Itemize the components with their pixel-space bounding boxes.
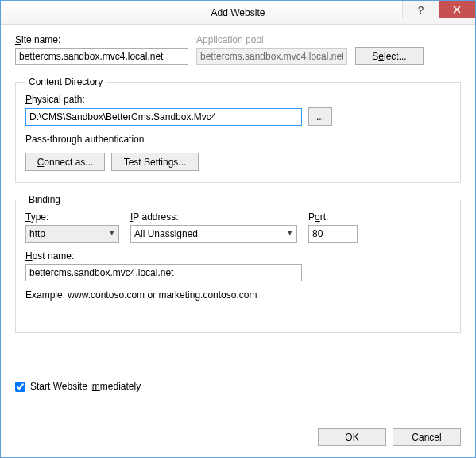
title-bar: Add Website ? — [1, 1, 475, 25]
app-pool-input — [196, 48, 347, 65]
select-app-pool-button[interactable]: Select... — [355, 47, 424, 65]
start-immediately-checkbox[interactable] — [15, 382, 25, 392]
test-settings-button[interactable]: Test Settings... — [111, 153, 199, 171]
binding-type-select[interactable]: http — [25, 225, 119, 243]
host-name-input[interactable] — [25, 264, 302, 281]
binding-group: Binding Type: http IP address: All Unass… — [15, 194, 461, 333]
binding-ip-select[interactable]: All Unassigned — [130, 225, 297, 243]
binding-legend: Binding — [25, 194, 64, 205]
host-name-example: Example: www.contoso.com or marketing.co… — [25, 289, 451, 301]
app-pool-label: Application pool: — [196, 34, 347, 45]
binding-type-label: Type: — [25, 212, 119, 223]
dialog-content: Site name: Application pool: Select... C… — [1, 25, 475, 457]
site-name-input[interactable] — [15, 48, 188, 65]
close-button[interactable] — [439, 1, 475, 18]
ok-button[interactable]: OK — [318, 428, 386, 446]
content-directory-legend: Content Directory — [25, 76, 106, 87]
binding-ip-label: IP address: — [130, 212, 297, 223]
help-button[interactable]: ? — [402, 1, 439, 18]
start-immediately-label: Start Website immediately — [30, 381, 141, 392]
binding-port-input[interactable] — [308, 225, 358, 243]
cancel-button[interactable]: Cancel — [393, 428, 461, 446]
browse-path-button[interactable]: ... — [308, 107, 332, 126]
physical-path-label: Physical path: — [25, 94, 451, 105]
window-title: Add Website — [211, 7, 265, 18]
host-name-label: Host name: — [25, 250, 451, 262]
content-directory-group: Content Directory Physical path: ... Pas… — [15, 76, 461, 183]
window-controls: ? — [402, 1, 475, 18]
close-icon — [453, 6, 461, 14]
site-name-label: Site name: — [15, 34, 188, 45]
physical-path-input[interactable] — [25, 108, 302, 126]
pass-through-label: Pass-through authentication — [25, 134, 451, 145]
binding-port-label: Port: — [308, 212, 358, 223]
connect-as-button[interactable]: Connect as... — [25, 153, 105, 171]
